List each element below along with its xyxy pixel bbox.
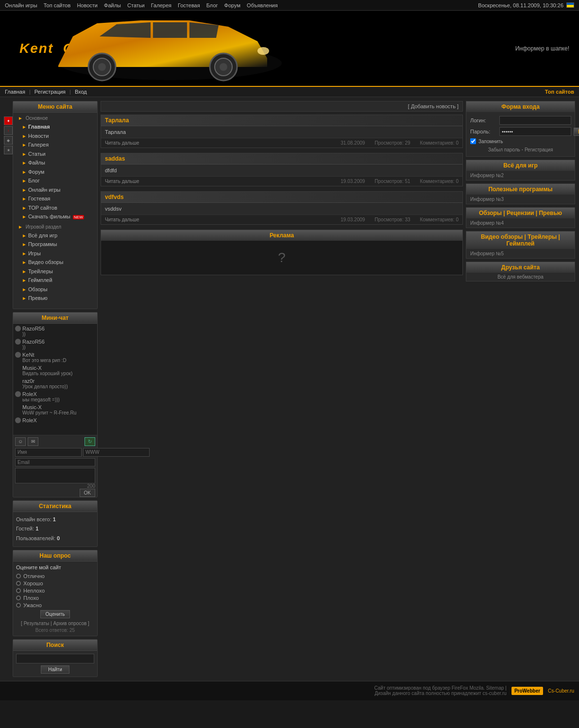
minichat-emoji-btn[interactable]: ☺: [15, 437, 26, 446]
reviews-box-title[interactable]: Обзоры | Рецензии | Превью: [466, 208, 575, 218]
minichat-controls: ☺ ✉ ↻: [15, 437, 95, 446]
search-button[interactable]: Найти: [41, 665, 69, 674]
menu-games[interactable]: ►Игры: [16, 249, 94, 258]
left-icon-1[interactable]: ✦: [4, 116, 13, 125]
article-1-read-more[interactable]: Читать дальше: [105, 140, 139, 146]
menu-top-sites[interactable]: ►ТОР сайтов: [16, 203, 94, 213]
menu-gameplay[interactable]: ►Геймплей: [16, 276, 94, 285]
poll-radio-2[interactable]: [16, 581, 21, 586]
nav-articles[interactable]: Статьи: [127, 2, 145, 8]
article-3-meta: 19.03.2009 Просмотров: 33 Комментариев: …: [341, 217, 459, 222]
minichat-mail-btn[interactable]: ✉: [28, 437, 38, 446]
nav-gallery[interactable]: Галерея: [151, 2, 171, 8]
menu-guestbook[interactable]: ►Гостевая: [16, 194, 94, 203]
minichat-charcount: 200: [15, 483, 95, 489]
minichat-name-input[interactable]: [15, 448, 82, 457]
header-car-svg: [44, 15, 296, 83]
minichat-body[interactable]: RazoR56 )) RazoR56 )): [13, 324, 97, 435]
nav-files[interactable]: Файлы: [104, 2, 121, 8]
menu-main[interactable]: ►Главная: [16, 122, 94, 132]
nav-login[interactable]: Вход: [75, 89, 87, 95]
add-news-link[interactable]: [ Добавить новость ]: [408, 103, 459, 109]
minichat-refresh-btn[interactable]: ↻: [85, 437, 95, 446]
nav-register[interactable]: Регистрация: [34, 89, 66, 95]
article-1-title: Тарлала: [105, 117, 129, 124]
stats-guests: Гостей: 1: [16, 524, 94, 534]
cs-cuber-link[interactable]: Cs-Cuber.ru: [548, 688, 574, 694]
friends-link[interactable]: Всё для вебмастера: [466, 273, 575, 281]
menu-trailers[interactable]: ►Трейлеры: [16, 267, 94, 276]
menu-online-games[interactable]: ►Онлайн игры: [16, 185, 94, 195]
nav-sep-2: |: [69, 89, 71, 95]
poll-vote-btn[interactable]: Оценить: [40, 610, 70, 618]
menu-preview[interactable]: ►Превью: [16, 294, 94, 303]
minichat-message-input[interactable]: [15, 468, 95, 483]
register-link[interactable]: Регистрация: [525, 147, 553, 152]
menu-programs[interactable]: ►Программы: [16, 240, 94, 249]
forgot-link[interactable]: Забыл пароль: [488, 147, 520, 152]
menu-blog[interactable]: ►Блог: [16, 176, 94, 185]
prowebber-logo[interactable]: ProWebber: [511, 687, 543, 695]
menu-movies[interactable]: ►Скачать фильмы NEW: [16, 212, 94, 221]
chat-msg-1: RazoR56 )): [15, 326, 95, 337]
poll-links: [ Результаты | Архив опросов ]: [16, 620, 94, 626]
login-input[interactable]: [499, 116, 571, 125]
article-2-date: 19.03.2009: [341, 179, 365, 184]
nav-home[interactable]: Главная: [5, 89, 25, 95]
minichat-email-input[interactable]: [15, 458, 95, 466]
left-icon-2[interactable]: !: [4, 126, 13, 135]
article-1-meta: 31.08.2009 Просмотров: 29 Комментариев: …: [341, 140, 459, 146]
left-icon-3[interactable]: ◆: [4, 136, 13, 145]
article-1-body: Тарлала: [101, 126, 462, 138]
nav-guestbook[interactable]: Гостевая: [178, 2, 200, 8]
poll-radio-3[interactable]: [16, 588, 21, 593]
chat-text-1: )): [15, 331, 95, 337]
pass-input[interactable]: [499, 127, 571, 136]
menu-box: Меню сайта ► Основное ►Главная ►Новости: [13, 101, 98, 309]
article-2-body: dfdfd: [101, 165, 462, 176]
poll-option-1: Отлично: [16, 573, 94, 579]
games-box-title[interactable]: Всё для игр: [466, 160, 575, 171]
menu-allgames[interactable]: ►Всё для игр: [16, 231, 94, 240]
search-input[interactable]: [16, 654, 94, 663]
programs-box-title[interactable]: Полезные программы: [466, 184, 575, 195]
chat-username-7: Music-X: [22, 404, 42, 410]
menu-video-reviews[interactable]: ►Видео обзоры: [16, 258, 94, 267]
nav-top-sites-right[interactable]: Топ сайтов: [545, 89, 574, 95]
pass-label: Пароль:: [470, 129, 497, 134]
poll-radio-5[interactable]: [16, 603, 21, 608]
menu-articles[interactable]: ►Статьи: [16, 149, 94, 159]
poll-radio-4[interactable]: [16, 596, 21, 600]
chat-username-3: KeNt: [22, 352, 34, 358]
remember-checkbox[interactable]: [470, 138, 476, 144]
nav-blog[interactable]: Блог: [206, 2, 218, 8]
search-content: Найти: [13, 651, 97, 677]
article-1-date: 31.08.2009: [341, 140, 365, 146]
article-2-read-more[interactable]: Читать дальше: [105, 179, 139, 184]
nav-online-games[interactable]: Онлайн игры: [5, 2, 37, 8]
menu-reviews[interactable]: ►Обзоры: [16, 285, 94, 294]
menu-files[interactable]: ►Файлы: [16, 158, 94, 167]
reviews-box-info: Информер №4: [466, 218, 575, 228]
poll-results-link[interactable]: [ Результаты | Архив опросов ]: [21, 621, 89, 626]
login-remember-row: Запомнить: [470, 138, 571, 144]
nav-top-sites[interactable]: Топ сайтов: [44, 2, 71, 8]
nav-ads[interactable]: Объявления: [247, 2, 278, 8]
nav-news[interactable]: Новости: [77, 2, 98, 8]
left-icon-4[interactable]: ★: [4, 146, 13, 154]
article-1-footer: Читать дальше 31.08.2009 Просмотров: 29 …: [101, 138, 462, 148]
chat-username-8: RoleX: [22, 417, 37, 423]
stats-content: Онлайн всего: 1 Гостей: 1 Пользователей:…: [13, 512, 97, 546]
menu-forum[interactable]: ►Форум: [16, 167, 94, 177]
nav-forum[interactable]: Форум: [224, 2, 240, 8]
login-button[interactable]: Вход: [574, 128, 579, 136]
menu-news[interactable]: ►Новости: [16, 132, 94, 141]
login-form: Форма входа Логин: Пароль: Вход Запомнит…: [466, 101, 575, 157]
video-box-title[interactable]: Видео обзоры | Трейлеры | Геймплей: [466, 232, 575, 249]
menu-gallery[interactable]: ►Галерея: [16, 140, 94, 149]
programs-box-info: Информер №3: [466, 195, 575, 204]
chat-user-icon-1: [15, 326, 21, 331]
article-3-read-more[interactable]: Читать дальше: [105, 217, 139, 222]
minichat-ok-btn[interactable]: OK: [80, 489, 95, 497]
poll-radio-1[interactable]: [16, 574, 21, 579]
